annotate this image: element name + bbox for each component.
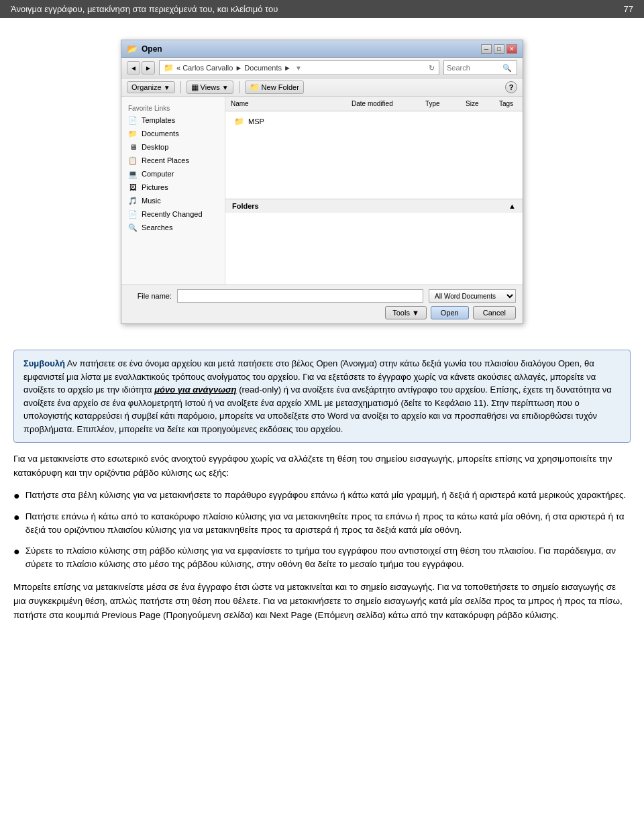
close-button[interactable]: ✕: [506, 44, 517, 54]
help-button[interactable]: ?: [505, 81, 517, 93]
sidebar-item-recent-places[interactable]: 📋 Recent Places: [121, 154, 225, 167]
sidebar-item-recently-changed[interactable]: 📄 Recently Changed: [121, 207, 225, 221]
col-date[interactable]: Date modified: [346, 99, 420, 109]
music-icon: 🎵: [128, 196, 138, 205]
filename-input[interactable]: [177, 289, 423, 303]
views-chevron: ▼: [222, 84, 229, 91]
sidebar-label-computer: Computer: [142, 170, 174, 178]
organize-button[interactable]: Organize ▼: [127, 81, 175, 93]
dialog-sidebar: Favorite Links 📄 Templates 📁 Documents 🖥…: [121, 97, 225, 285]
filetype-select[interactable]: All Word Documents: [429, 289, 516, 303]
filelist-header: Name Date modified Type Size Tags: [225, 97, 523, 111]
dialog-actions: Tools ▼ Open Cancel: [128, 306, 516, 319]
tools-button[interactable]: Tools ▼: [385, 306, 427, 319]
folders-label: Folders: [232, 202, 259, 210]
documents-icon: 📁: [128, 129, 138, 138]
desktop-icon: 🖥: [128, 142, 138, 152]
sidebar-item-pictures[interactable]: 🖼 Pictures: [121, 181, 225, 194]
dialog-toolbar-nav: ◄ ► 📁 « Carlos Carvallo ► Documents ► ▼ …: [121, 58, 523, 79]
new-folder-label: New Folder: [262, 83, 299, 91]
folders-chevron: ▲: [508, 202, 516, 210]
dialog-title: Open: [142, 44, 162, 54]
sidebar-label-recent-places: Recent Places: [142, 156, 189, 164]
bullet-dot-2: ●: [13, 510, 20, 538]
toolbar-sep-2: [239, 81, 239, 93]
searches-icon: 🔍: [128, 223, 138, 232]
sidebar-label-documents: Documents: [142, 130, 179, 138]
sidebar-section-title: Favorite Links: [121, 102, 225, 113]
filename-row: File name: All Word Documents: [128, 289, 516, 303]
tip-box: Συμβουλή Αν πατήσετε σε ένα όνομα αρχείο…: [13, 350, 631, 443]
search-box[interactable]: 🔍: [443, 60, 517, 75]
dialog-main-content: Favorite Links 📄 Templates 📁 Documents 🖥…: [121, 97, 523, 285]
views-label: Views: [201, 83, 220, 91]
nav-back-button[interactable]: ◄: [127, 61, 140, 74]
pictures-icon: 🖼: [128, 183, 138, 192]
sidebar-label-pictures: Pictures: [142, 183, 168, 191]
tools-label: Tools: [392, 309, 410, 317]
sidebar-label-desktop: Desktop: [142, 143, 168, 151]
file-name: MSP: [248, 117, 264, 125]
filelist-body: 📁 MSP: [225, 111, 523, 132]
toolbar-sep-1: [180, 81, 181, 93]
bullet-dot-1: ●: [13, 489, 20, 503]
tools-chevron: ▼: [412, 309, 419, 317]
search-icon: 🔍: [502, 64, 512, 72]
footer-para-1: Μπορείτε επίσης να μετακινείστε μέσα σε …: [13, 580, 631, 623]
breadcrumb[interactable]: 📁 « Carlos Carvallo ► Documents ► ▼ ↻: [159, 60, 439, 75]
tip-label: Συμβουλή: [23, 358, 65, 368]
list-item: ● Σύρετε το πλαίσιο κύλισης στη ράβδο κύ…: [13, 544, 631, 572]
sidebar-item-searches[interactable]: 🔍 Searches: [121, 221, 225, 234]
text-body: Συμβουλή Αν πατήσετε σε ένα όνομα αρχείο…: [0, 343, 644, 644]
list-item: ● Πατήστε στα βέλη κύλισης για να μετακι…: [13, 489, 631, 503]
open-button[interactable]: Open: [431, 306, 469, 319]
sidebar-label-searches: Searches: [142, 223, 172, 232]
sidebar-item-templates[interactable]: 📄 Templates: [121, 113, 225, 127]
folders-section[interactable]: Folders ▲: [225, 199, 523, 213]
page-header: Άνοιγμα εγγράφου, μετακίνηση στα περιεχό…: [0, 0, 644, 18]
computer-icon: 💻: [128, 169, 138, 179]
col-tags[interactable]: Tags: [494, 99, 523, 109]
cancel-button[interactable]: Cancel: [473, 306, 516, 319]
nav-buttons: ◄ ►: [127, 61, 155, 74]
dialog-titlebar: 📂 Open ─ □ ✕: [121, 40, 523, 58]
dialog-bottom: File name: All Word Documents Tools ▼ Op…: [121, 285, 523, 323]
bullet-list: ● Πατήστε στα βέλη κύλισης για να μετακι…: [13, 489, 631, 571]
sidebar-label-templates: Templates: [142, 116, 175, 124]
minimize-button[interactable]: ─: [481, 44, 492, 54]
recently-changed-icon: 📄: [128, 209, 138, 219]
col-name[interactable]: Name: [225, 99, 346, 109]
search-input[interactable]: [447, 64, 500, 72]
sidebar-item-music[interactable]: 🎵 Music: [121, 194, 225, 207]
col-type[interactable]: Type: [420, 99, 460, 109]
col-size[interactable]: Size: [460, 99, 494, 109]
list-item: ● Πατήστε επάνω ή κάτω από το κατακόρυφο…: [13, 510, 631, 538]
bullet-text-3: Σύρετε το πλαίσιο κύλισης στη ράβδο κύλι…: [25, 544, 631, 572]
maximize-button[interactable]: □: [494, 44, 504, 54]
tip-underline-text: μόνο για ανάγνωση: [154, 385, 236, 395]
sidebar-item-desktop[interactable]: 🖥 Desktop: [121, 140, 225, 154]
sidebar-item-documents[interactable]: 📁 Documents: [121, 127, 225, 140]
nav-forward-button[interactable]: ►: [142, 61, 155, 74]
bullet-dot-3: ●: [13, 544, 20, 572]
page-number: 77: [624, 4, 633, 14]
bullet-text-2: Πατήστε επάνω ή κάτω από το κατακόρυφο π…: [25, 510, 631, 538]
organize-chevron: ▼: [164, 84, 170, 91]
sidebar-label-recently-changed: Recently Changed: [142, 210, 203, 218]
page-title: Άνοιγμα εγγράφου, μετακίνηση στα περιεχό…: [11, 4, 278, 14]
views-button[interactable]: ▦ Views ▼: [186, 81, 233, 94]
filename-label: File name:: [128, 292, 172, 300]
open-dialog: 📂 Open ─ □ ✕ ◄ ► 📁 « Carlos Carvallo ► D…: [121, 40, 523, 324]
bullet-text-1: Πατήστε στα βέλη κύλισης για να μετακινή…: [25, 489, 627, 503]
recent-places-icon: 📋: [128, 156, 138, 165]
file-item-msp[interactable]: 📁 MSP: [231, 114, 517, 129]
new-folder-button[interactable]: 📁 New Folder: [245, 81, 304, 94]
sidebar-label-music: Music: [142, 197, 161, 205]
main-para-1: Για να μετακινείστε στο εσωτερικό ενός α…: [13, 452, 631, 480]
breadcrumb-text: « Carlos Carvallo ► Documents ►: [176, 64, 291, 72]
tip-text-before: Αν πατήσετε σε ένα όνομα αρχείου και μετ…: [23, 358, 612, 434]
dialog-toolbar-actions: Organize ▼ ▦ Views ▼ 📁 New Folder ?: [121, 79, 523, 97]
sidebar-item-computer[interactable]: 💻 Computer: [121, 167, 225, 181]
dialog-filelist: Name Date modified Type Size Tags 📁 MSP …: [225, 97, 523, 285]
organize-label: Organize: [131, 83, 162, 91]
